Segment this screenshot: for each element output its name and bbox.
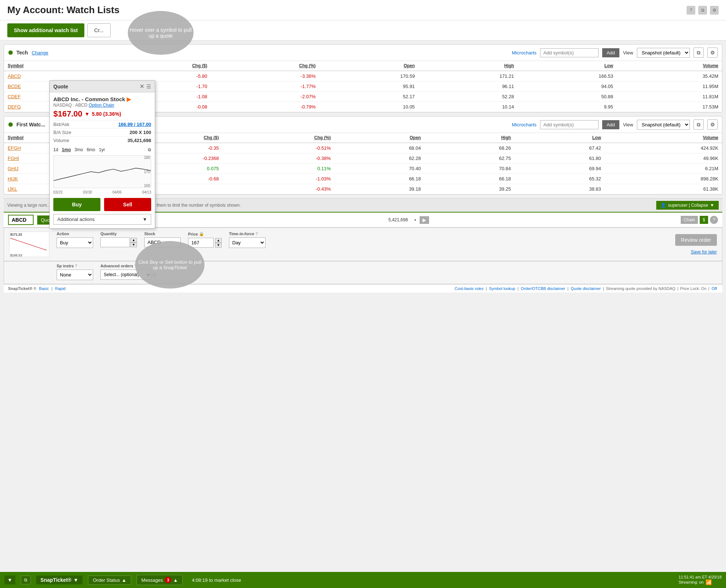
col-volume-1[interactable]: Volume	[617, 61, 722, 71]
create-button[interactable]: Cr...	[87, 23, 111, 37]
menu-button[interactable]: ☰	[146, 84, 151, 89]
review-order-button[interactable]: Review order	[675, 234, 717, 246]
qty-down-button[interactable]: ▼	[130, 243, 137, 247]
open-cell: 62.28	[335, 153, 425, 164]
basic-link[interactable]: Basic	[39, 286, 49, 291]
sell-button[interactable]: Sell	[104, 198, 151, 211]
action-select[interactable]: Buy Sell	[57, 237, 93, 248]
play-button[interactable]: ▶	[420, 216, 429, 224]
window-icon[interactable]: ⧉	[698, 6, 707, 15]
dollar-button[interactable]: $	[700, 216, 708, 224]
col-chg-pct-1[interactable]: Chg (%)	[211, 61, 319, 71]
price-row: ▲ ▼	[188, 238, 222, 248]
symbol-lookup-link[interactable]: Symbol lookup	[489, 286, 515, 291]
footer-links: Cost-basis rules | Symbol lookup | Order…	[454, 286, 718, 291]
snap-volume: 5,421,698	[388, 217, 408, 222]
ba-size-row: B/A Size 200 X 100	[53, 128, 151, 136]
volume-cell: 11.81M	[617, 92, 722, 102]
change-link[interactable]: Change	[32, 50, 49, 56]
col-open-1[interactable]: Open	[319, 61, 419, 71]
expand-icon-1[interactable]: ⧉	[693, 47, 704, 58]
col-chg-pct-2[interactable]: Chg (%)	[222, 133, 335, 143]
settings-icon[interactable]: ⚙	[710, 6, 719, 15]
tif-select[interactable]: Day GTC	[229, 237, 265, 248]
price-stepper[interactable]: ▲ ▼	[215, 238, 222, 248]
help-icon[interactable]: ?	[687, 6, 695, 15]
save-for-later-link[interactable]: Save for later	[691, 249, 717, 255]
sp-instrs-label: Sp instrs ?	[57, 264, 93, 268]
col-symbol-1[interactable]: Symbol	[4, 61, 109, 71]
symbol-cell[interactable]: ABCD	[4, 71, 109, 81]
col-volume-2[interactable]: Volume	[605, 133, 722, 143]
qty-up-button[interactable]: ▲	[130, 238, 137, 243]
green-dot	[8, 50, 13, 55]
stock-exchange: NASDAQ : ABCD Option Chain	[53, 103, 151, 108]
chart-tab-1mo[interactable]: 1mo	[62, 147, 71, 152]
microcharts-link-2[interactable]: Microcharts	[512, 122, 536, 127]
top-bar: Show additional watch list Cr...	[0, 20, 726, 41]
quote-disclaimer-link[interactable]: Quote disclaimer	[571, 286, 601, 291]
price-lock-on: Price Lock: On	[680, 286, 706, 291]
col-open-2[interactable]: Open	[335, 133, 425, 143]
add-button-1[interactable]: Add	[602, 48, 619, 57]
close-button[interactable]: ✕	[140, 83, 144, 90]
volume-cell: 35.42M	[617, 71, 722, 81]
chart-area: 180 170 160	[53, 155, 151, 188]
tooltip-balloon-2: Click Buy or Sell button to pull up a Sn…	[135, 241, 205, 289]
view-select-2[interactable]: Snapshot (default)	[637, 120, 690, 130]
order-mini-chart: $171.22 $166.53 9AM12PM 2PM AAPL	[9, 232, 49, 257]
chart-tab-3mo[interactable]: 3mo	[74, 147, 83, 152]
col-high-1[interactable]: High	[419, 61, 518, 71]
snap-symbol-input[interactable]	[8, 215, 34, 225]
add-button-2[interactable]: Add	[602, 120, 619, 129]
chg-pct-cell: -3.36%	[211, 71, 319, 81]
price-up-button[interactable]: ▲	[215, 238, 222, 243]
cost-basis-link[interactable]: Cost-basis rules	[455, 286, 484, 291]
action-group: Action Buy Sell	[57, 232, 93, 248]
chart-tab-1yr[interactable]: 1yr	[99, 147, 105, 152]
quantity-input[interactable]	[100, 237, 130, 247]
quantity-stepper[interactable]: ▲ ▼	[130, 238, 137, 247]
col-low-2[interactable]: Low	[515, 133, 605, 143]
snap-help-button[interactable]: ?	[710, 216, 718, 224]
expand-icon-2[interactable]: ⧉	[693, 119, 704, 130]
tif-help-icon[interactable]: ?	[255, 232, 258, 236]
show-watchlist-button[interactable]: Show additional watch list	[7, 23, 84, 37]
chain-button[interactable]: Chain	[681, 216, 698, 224]
settings-icon-1[interactable]: ⚙	[707, 47, 718, 58]
option-chain-link[interactable]: Option Chain	[89, 103, 114, 108]
buy-button[interactable]: Buy	[53, 198, 100, 211]
sp-instrs-select[interactable]: None	[57, 270, 93, 280]
chart-tab-6mo[interactable]: 6mo	[87, 147, 95, 152]
chart-tab-1d[interactable]: 1d	[53, 147, 58, 152]
watchlist-name-2: First Watc...	[16, 122, 45, 127]
view-select-1[interactable]: Snapshot (default)	[637, 48, 690, 58]
open-cell: 52.17	[319, 92, 419, 102]
price-down-button[interactable]: ▼	[215, 243, 222, 248]
rapid-link[interactable]: Rapid	[55, 286, 66, 291]
col-low-1[interactable]: Low	[517, 61, 617, 71]
order-disclaimer-link[interactable]: Order/OTCBB disclaimer	[521, 286, 565, 291]
open-cell: 68.04	[335, 143, 425, 153]
additional-actions-dropdown[interactable]: Additional actions ▼	[53, 214, 151, 225]
sp-instrs-help-icon[interactable]: ?	[75, 264, 77, 268]
watchlist-tech-header: Tech Change Microcharts Add View Snapsho…	[4, 45, 722, 61]
add-symbol-input-2[interactable]	[540, 120, 599, 129]
stock-name: ABCD Inc. - Common Stock ▶	[53, 96, 151, 103]
price-label: Price 🔒	[188, 232, 222, 236]
price-lock-off-link[interactable]: Off	[712, 286, 717, 291]
chg-pct-cell: -2.07%	[211, 92, 319, 102]
add-symbol-input-1[interactable]	[540, 48, 599, 57]
settings-icon-2[interactable]: ⚙	[707, 119, 718, 130]
microcharts-link[interactable]: Microcharts	[512, 50, 536, 56]
col-chg-dollar-1[interactable]: Chg ($)	[109, 61, 211, 71]
high-cell: 66.18	[424, 174, 515, 184]
dot-indicator: •	[414, 217, 416, 223]
green-dot-2	[8, 122, 13, 127]
col-high-2[interactable]: High	[424, 133, 515, 143]
chart-tabs: 1d 1mo 3mo 6mo 1yr ⧉	[53, 144, 151, 154]
chart-expand-icon[interactable]: ⧉	[148, 147, 151, 152]
chg-pct-cell: -1.77%	[211, 81, 319, 92]
price-help-icon[interactable]: 🔒	[199, 232, 204, 236]
superuser-button[interactable]: 👤 superuser | Collapse ▼	[656, 201, 719, 210]
